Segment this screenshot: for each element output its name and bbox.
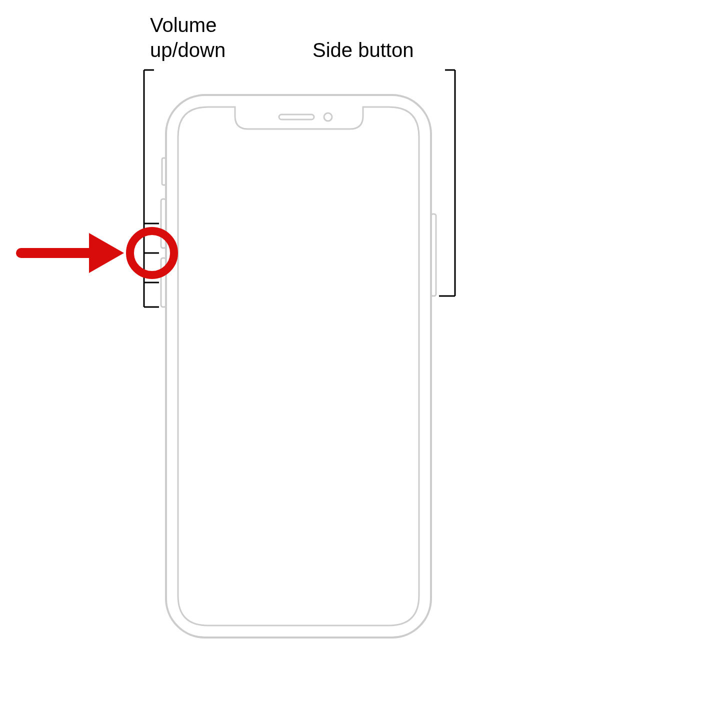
side-bracket (439, 70, 455, 296)
svg-rect-5 (279, 114, 314, 120)
side-button (431, 214, 436, 296)
mute-switch (162, 158, 166, 185)
phone-outline (166, 95, 431, 638)
arrow-right-icon (21, 233, 124, 273)
svg-rect-0 (166, 95, 431, 638)
diagram-svg (0, 0, 728, 728)
svg-point-6 (324, 113, 332, 121)
svg-marker-17 (89, 233, 124, 273)
